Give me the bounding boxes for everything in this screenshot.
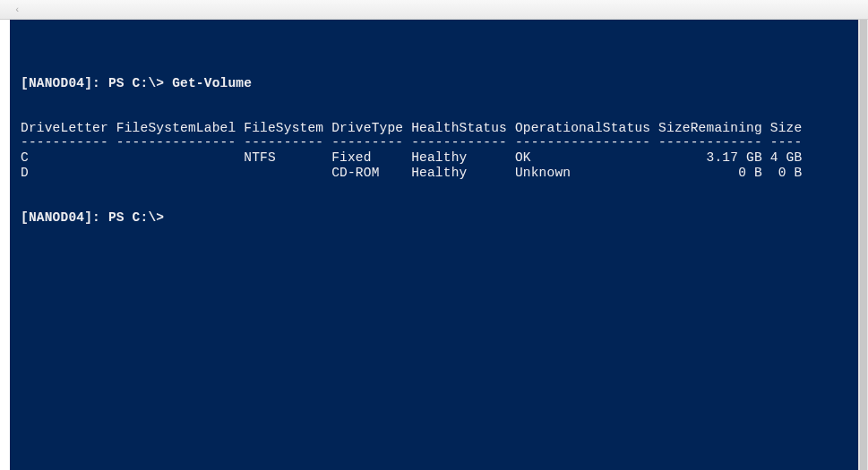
prompt-host: [NANOD04]: PS C:\> [21,76,172,90]
prompt-line-1: [NANOD04]: PS C:\> Get-Volume [21,76,252,90]
table-separator: ----------- --------------- ---------- -… [21,135,802,150]
table-row: C NTFS Fixed Healthy OK 3.17 GB 4 GB [21,150,802,165]
back-icon[interactable]: ‹ [14,4,21,15]
scrollbar-thumb[interactable] [860,20,867,470]
powershell-terminal[interactable]: [NANOD04]: PS C:\> Get-Volume DriveLette… [10,20,868,470]
table-row: D CD-ROM Healthy Unknown 0 B 0 B [21,166,802,180]
vertical-scrollbar[interactable] [858,20,868,470]
prompt-line-2: [NANOD04]: PS C:\> [21,210,164,225]
window-titlebar: ‹ [0,0,868,20]
command-text: Get-Volume [172,76,252,90]
table-header-row: DriveLetter FileSystemLabel FileSystem D… [21,121,802,135]
